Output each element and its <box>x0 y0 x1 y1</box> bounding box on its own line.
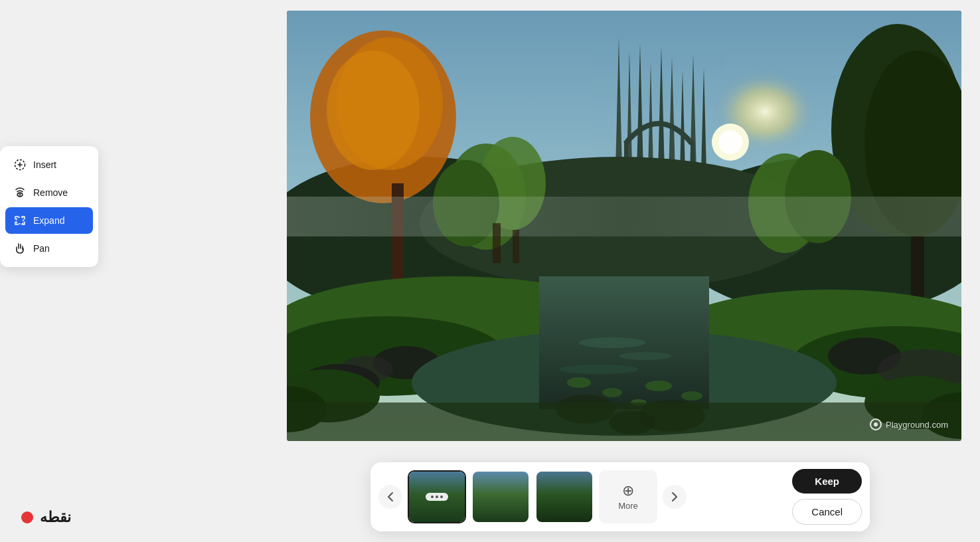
pan-icon <box>13 242 27 255</box>
thumbnail-1[interactable] <box>408 470 466 523</box>
svg-rect-63 <box>513 230 519 263</box>
svg-point-52 <box>681 391 702 401</box>
thumbnail-3[interactable] <box>535 470 594 523</box>
watermark-logo <box>870 418 882 430</box>
svg-point-47 <box>619 352 672 360</box>
svg-point-6 <box>718 130 742 154</box>
svg-point-49 <box>567 377 591 388</box>
thumb-dots <box>426 493 448 501</box>
tool-pan[interactable]: Pan <box>5 235 93 262</box>
dot-2 <box>436 496 438 498</box>
svg-rect-61 <box>287 403 961 441</box>
thumbnail-strip: ⊕ More Keep Cancel <box>370 462 870 531</box>
more-label: More <box>618 501 638 511</box>
action-buttons: Keep Cancel <box>792 469 862 525</box>
pan-label: Pan <box>33 243 50 254</box>
insert-label: Insert <box>33 159 56 170</box>
watermark-text: Playground.com <box>886 420 948 430</box>
tool-menu: Insert Remove Expand Pan <box>0 146 98 267</box>
dot-1 <box>431 496 434 498</box>
svg-point-50 <box>602 388 622 397</box>
thumbnail-2[interactable] <box>471 470 530 523</box>
svg-point-48 <box>559 365 639 374</box>
cancel-button[interactable]: Cancel <box>792 499 862 525</box>
insert-icon <box>13 158 27 171</box>
logo-dot <box>21 511 33 523</box>
watermark: Playground.com <box>870 418 948 430</box>
logo-text: نقطه <box>40 509 71 526</box>
tool-insert[interactable]: Insert <box>5 151 93 178</box>
svg-rect-34 <box>287 197 961 236</box>
tool-remove[interactable]: Remove <box>5 179 93 206</box>
prev-arrow[interactable] <box>378 485 402 509</box>
remove-icon <box>13 186 27 199</box>
main-image: Playground.com <box>287 11 961 441</box>
svg-point-46 <box>579 337 645 348</box>
svg-point-51 <box>645 381 672 391</box>
dot-3 <box>440 496 443 498</box>
more-plus-icon: ⊕ <box>622 484 634 498</box>
tool-expand[interactable]: Expand <box>5 207 93 234</box>
svg-point-24 <box>327 50 420 170</box>
keep-button[interactable]: Keep <box>792 469 862 494</box>
bottom-logo: نقطه <box>21 509 71 526</box>
main-image-container: Playground.com <box>287 11 961 441</box>
more-button[interactable]: ⊕ More <box>599 470 657 523</box>
next-arrow[interactable] <box>663 485 687 509</box>
remove-label: Remove <box>33 187 68 198</box>
svg-rect-62 <box>493 223 501 263</box>
expand-label: Expand <box>33 215 64 226</box>
svg-rect-2 <box>17 217 23 224</box>
expand-icon <box>13 214 27 227</box>
